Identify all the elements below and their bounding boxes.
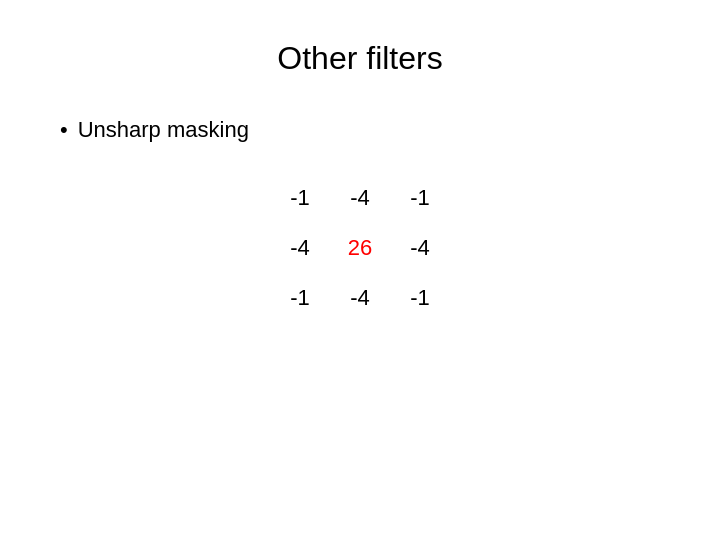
page-title: Other filters [277, 40, 442, 77]
matrix-cell-1: -4 [330, 173, 390, 223]
matrix-cell-8: -1 [390, 273, 450, 323]
bullet-label: Unsharp masking [78, 117, 249, 143]
matrix-cell-2: -1 [390, 173, 450, 223]
page: Other filters • Unsharp masking -1-4-1-4… [0, 0, 720, 540]
content-area: • Unsharp masking [0, 117, 720, 163]
convolution-matrix: -1-4-1-426-4-1-4-1 [270, 173, 450, 323]
bullet-dot: • [60, 117, 68, 143]
matrix-cell-4: 26 [330, 223, 390, 273]
matrix-cell-3: -4 [270, 223, 330, 273]
matrix-section: -1-4-1-426-4-1-4-1 [270, 173, 450, 323]
bullet-item-unsharp: • Unsharp masking [60, 117, 720, 143]
matrix-cell-7: -4 [330, 273, 390, 323]
matrix-cell-0: -1 [270, 173, 330, 223]
matrix-cell-5: -4 [390, 223, 450, 273]
matrix-cell-6: -1 [270, 273, 330, 323]
